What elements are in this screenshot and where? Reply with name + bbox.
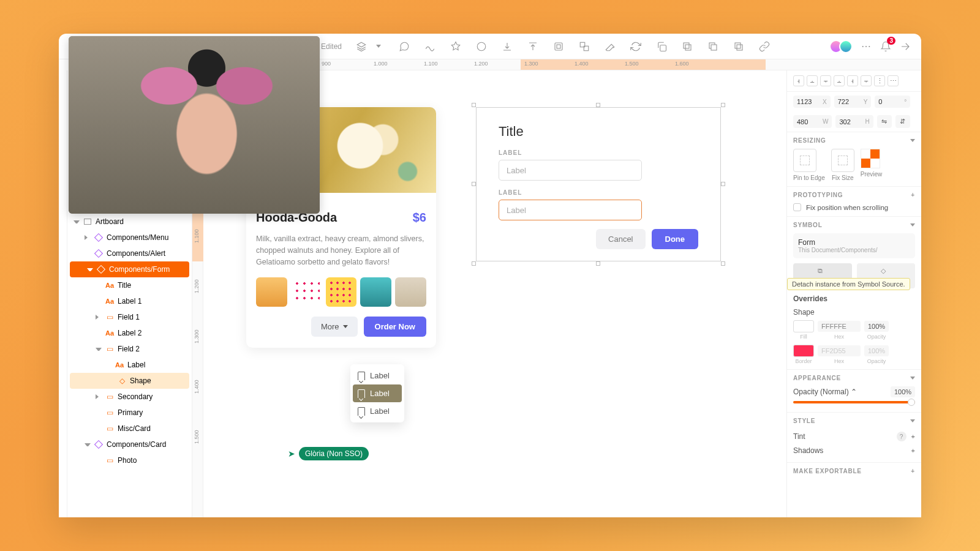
chevron-down-icon[interactable]: [910, 139, 915, 142]
layer-secondary[interactable]: ▭Secondary: [67, 389, 192, 405]
comment-icon[interactable]: [398, 40, 410, 53]
svg-rect-1: [555, 43, 562, 50]
group-icon[interactable]: [552, 40, 565, 53]
border-hex-input[interactable]: [818, 345, 861, 356]
resize-handle[interactable]: [472, 103, 476, 107]
border-swatch[interactable]: [793, 345, 814, 357]
layer-components-alert[interactable]: Components/Alert: [67, 246, 192, 261]
resize-handle[interactable]: [472, 182, 476, 186]
thumbnail[interactable]: [326, 277, 357, 307]
layer-artboard[interactable]: Artboard: [67, 214, 192, 230]
dropdown-item[interactable]: Label: [353, 384, 402, 402]
add-icon[interactable]: +: [911, 468, 915, 474]
layer-label1[interactable]: AaLabel 1: [67, 293, 192, 309]
symbol-picker[interactable]: Form This Document/Components/: [793, 233, 915, 258]
opacity-value-input[interactable]: [891, 386, 915, 397]
copy-icon[interactable]: [655, 40, 668, 53]
resize-handle[interactable]: [596, 103, 600, 107]
layer-shape[interactable]: ◇Shape: [70, 373, 189, 389]
layers-icon[interactable]: [355, 40, 368, 53]
opacity-slider[interactable]: [793, 401, 915, 403]
shape-icon[interactable]: [450, 40, 462, 53]
layer-photo[interactable]: ▭Photo: [67, 452, 192, 468]
align-center-icon[interactable]: ⫠: [807, 75, 818, 86]
add-icon[interactable]: +: [911, 433, 915, 440]
eraser-icon[interactable]: [604, 40, 616, 53]
add-icon[interactable]: +: [911, 447, 915, 454]
rotation-input[interactable]: °: [875, 96, 910, 108]
align-bottom-icon[interactable]: ⫟: [861, 75, 872, 86]
align-back-icon[interactable]: [527, 40, 539, 53]
union-icon[interactable]: [681, 40, 693, 53]
layer-components-card[interactable]: Components/Card: [67, 437, 192, 452]
x-input[interactable]: X: [793, 96, 831, 108]
help-icon[interactable]: ?: [897, 432, 907, 441]
layer-primary[interactable]: ▭Primary: [67, 405, 192, 421]
notifications-icon[interactable]: 3: [880, 40, 892, 53]
section-prototyping: PROTOTYPING: [793, 192, 843, 198]
more-icon[interactable]: ⋯: [860, 40, 872, 53]
chevron-down-icon[interactable]: [910, 223, 915, 227]
width-input[interactable]: W: [793, 115, 832, 128]
layer-label[interactable]: AaLabel: [67, 357, 192, 373]
resize-handle[interactable]: [596, 261, 600, 266]
detach-button[interactable]: ⧉ Detach ↖ Detach instance from Symbol S…: [793, 263, 852, 288]
thumbnail[interactable]: [256, 277, 287, 307]
circle-icon[interactable]: [475, 40, 488, 53]
border-opacity-input[interactable]: [864, 345, 889, 356]
tooltip: Detach instance from Symbol Source.: [787, 278, 910, 290]
height-input[interactable]: H: [835, 115, 873, 128]
ungroup-icon[interactable]: [578, 40, 590, 53]
dropdown-item[interactable]: Label: [353, 367, 402, 384]
fix-size-control[interactable]: [831, 149, 854, 172]
thumbnail[interactable]: [360, 277, 391, 307]
chevron-down-icon[interactable]: [910, 377, 915, 380]
cursor-arrow-icon: ➤: [288, 449, 295, 459]
link-icon[interactable]: [758, 40, 771, 53]
layer-misccard[interactable]: ▭Misc/Card: [67, 421, 192, 437]
resize-handle[interactable]: [721, 261, 725, 266]
align-top-icon[interactable]: ⫠: [834, 75, 845, 86]
form-artboard[interactable]: Title LABEL Label LABEL Label Cancel Don…: [476, 107, 721, 261]
refresh-icon[interactable]: [630, 40, 642, 53]
layer-components-form[interactable]: Components/Form: [70, 261, 189, 277]
align-right-icon[interactable]: ⫟: [820, 75, 831, 86]
resize-handle[interactable]: [721, 103, 725, 107]
expand-icon[interactable]: [899, 40, 911, 53]
fill-opacity-input[interactable]: [864, 321, 889, 332]
align-middle-icon[interactable]: ⫞: [847, 75, 858, 86]
chevron-down-icon[interactable]: [910, 419, 915, 422]
section-style: STYLE: [793, 418, 815, 424]
subtract-icon[interactable]: [707, 40, 719, 53]
resize-handle[interactable]: [472, 261, 476, 266]
opacity-mode-select[interactable]: Opacity (Normal) ⌃: [793, 388, 857, 396]
layer-field1[interactable]: ▭Field 1: [67, 309, 192, 325]
align-forward-icon[interactable]: [501, 40, 513, 53]
freehand-icon[interactable]: [424, 40, 436, 53]
thumbnail[interactable]: [291, 277, 322, 307]
fill-swatch[interactable]: [793, 320, 814, 332]
flip-h-button[interactable]: ⇋: [877, 115, 892, 128]
pin-to-edge-control[interactable]: [793, 149, 816, 172]
thumbnail[interactable]: [395, 277, 426, 307]
dropdown-item[interactable]: Label: [353, 402, 402, 420]
flip-v-button[interactable]: ⇵: [895, 115, 910, 128]
fix-position-checkbox[interactable]: Fix position when scrolling: [793, 203, 915, 211]
layer-label2[interactable]: AaLabel 2: [67, 325, 192, 341]
more-button[interactable]: More: [311, 317, 358, 337]
chevron-down-icon[interactable]: [372, 40, 385, 53]
align-left-icon[interactable]: ⫞: [793, 75, 804, 86]
layer-title[interactable]: AaTitle: [67, 277, 192, 293]
intersect-icon[interactable]: [733, 40, 745, 53]
layer-field2[interactable]: ▭Field 2: [67, 341, 192, 357]
fill-hex-input[interactable]: [818, 321, 861, 332]
layer-components-menu[interactable]: Components/Menu: [67, 230, 192, 246]
add-icon[interactable]: +: [911, 192, 915, 198]
distribute-h-icon[interactable]: ⋮: [874, 75, 885, 86]
inspector-panel: ⫞ ⫠ ⫟ ⫠ ⫞ ⫟ ⋮ ⋯ X Y ° W H ⇋ ⇵ RESIZIN: [786, 70, 921, 517]
order-button[interactable]: Order Now: [364, 317, 426, 337]
y-input[interactable]: Y: [834, 96, 872, 108]
collaborator-avatars[interactable]: [833, 40, 853, 53]
distribute-v-icon[interactable]: ⋯: [888, 75, 899, 86]
resize-handle[interactable]: [721, 182, 725, 186]
